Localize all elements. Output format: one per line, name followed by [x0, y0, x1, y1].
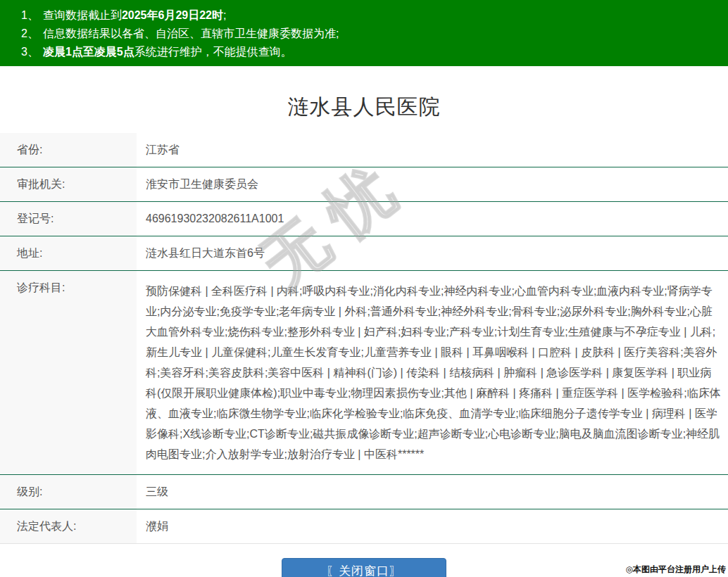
- notice-line-1-post: ;: [223, 9, 226, 21]
- notice-line-2-text: 信息数据结果以各省、自治区、直辖市卫生健康委数据为准;: [43, 27, 339, 39]
- notice-banner: 1、查询数据截止到2025年6月29日22时; 2、信息数据结果以各省、自治区、…: [0, 0, 728, 66]
- notice-line-1-number: 1、: [21, 9, 39, 21]
- notice-line-2: 2、信息数据结果以各省、自治区、直辖市卫生健康委数据为准;: [21, 25, 721, 43]
- notice-line-2-number: 2、: [21, 27, 39, 39]
- row-label: 诊疗科目:: [0, 271, 137, 474]
- row-value: 46961930232082611A1001: [137, 202, 728, 236]
- table-row-province: 省份: 江苏省: [0, 133, 728, 167]
- row-value: 濮娟: [137, 509, 728, 543]
- row-label: 法定代表人:: [0, 509, 137, 543]
- close-window-button[interactable]: 〖关闭窗口〗: [282, 558, 446, 577]
- row-value: 预防保健科 | 全科医疗科 | 内科;呼吸内科专业;消化内科专业;神经内科专业;…: [137, 271, 728, 474]
- row-label: 地址:: [0, 236, 137, 270]
- row-label: 审批机关:: [0, 167, 137, 201]
- row-value: 涟水县红日大道东首6号: [137, 236, 728, 270]
- notice-line-1: 1、查询数据截止到2025年6月29日22时;: [21, 6, 721, 25]
- row-value: 淮安市卫生健康委员会: [137, 167, 728, 201]
- notice-line-1-text: 查询数据截止到: [43, 9, 122, 21]
- actions-bar: 〖关闭窗口〗: [0, 558, 728, 577]
- table-row-address: 地址: 涟水县红日大道东首6号: [0, 236, 728, 271]
- table-row-approval-authority: 审批机关: 淮安市卫生健康委员会: [0, 167, 728, 202]
- hospital-info-table: 省份: 江苏省 审批机关: 淮安市卫生健康委员会 登记号: 4696193023…: [0, 133, 728, 544]
- corner-upload-watermark: ◎本图由平台注册用户上传: [626, 564, 726, 576]
- notice-line-3: 3、凌晨1点至凌晨5点系统进行维护，不能提供查询。: [21, 43, 721, 61]
- row-value: 三级: [137, 475, 728, 509]
- notice-line-3-bold: 凌晨1点至凌晨5点: [43, 46, 134, 58]
- notice-line-3-number: 3、: [21, 46, 39, 58]
- table-row-registration-number: 登记号: 46961930232082611A1001: [0, 202, 728, 236]
- table-row-legal-representative: 法定代表人: 濮娟: [0, 509, 728, 544]
- row-label: 省份:: [0, 133, 137, 167]
- page-title: 涟水县人民医院: [0, 93, 728, 122]
- notice-line-1-bold: 2025年6月29日22时: [122, 9, 223, 21]
- table-row-medical-subjects: 诊疗科目: 预防保健科 | 全科医疗科 | 内科;呼吸内科专业;消化内科专业;神…: [0, 271, 728, 475]
- row-value: 江苏省: [137, 133, 728, 167]
- row-label: 登记号:: [0, 202, 137, 236]
- row-label: 级别:: [0, 475, 137, 509]
- notice-line-3-post: 系统进行维护，不能提供查询。: [134, 46, 292, 58]
- table-row-level: 级别: 三级: [0, 475, 728, 509]
